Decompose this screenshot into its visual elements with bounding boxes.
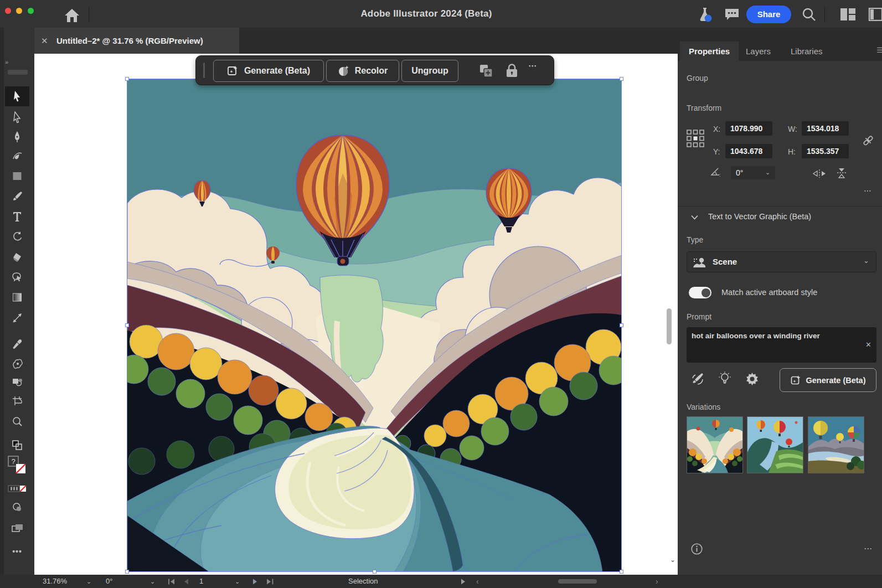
- svg-text:?: ?: [11, 457, 15, 466]
- svg-text::: :: [719, 172, 721, 177]
